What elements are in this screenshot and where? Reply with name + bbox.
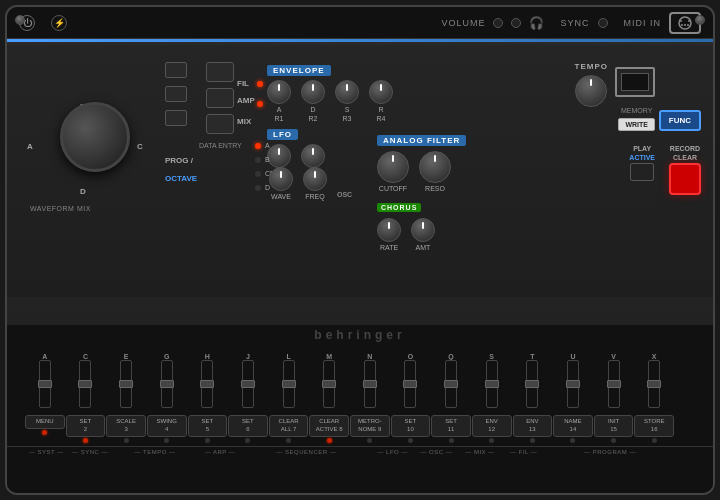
name-button[interactable]: NAME 14 xyxy=(553,415,593,437)
fil-label: FIL xyxy=(237,79,255,88)
scale-button[interactable]: SCALE 3 xyxy=(106,415,146,437)
sync-jack xyxy=(598,18,608,28)
env-knob-a-control[interactable] xyxy=(267,80,291,104)
set11-button[interactable]: SET 11 xyxy=(431,415,471,437)
section-tempo: — TEMPO — xyxy=(112,449,197,455)
volume-section: VOLUME 🎧 xyxy=(441,16,544,30)
reso-control[interactable] xyxy=(419,151,451,183)
clear-active-button[interactable]: CLEAR ACTIVE 8 xyxy=(309,415,349,437)
memory-write-button[interactable]: WRITE xyxy=(618,118,655,131)
env-knob-r-control[interactable] xyxy=(369,80,393,104)
osc-freq-control[interactable] xyxy=(303,167,327,191)
env-knob-d-control[interactable] xyxy=(301,80,325,104)
set6-button[interactable]: SET 6 xyxy=(228,415,268,437)
env13-button[interactable]: ENV 13 xyxy=(513,415,553,437)
set5-button[interactable]: SET 5 xyxy=(188,415,228,437)
metronome-button[interactable]: METRO- NOME 9 xyxy=(350,415,390,437)
svg-point-0 xyxy=(679,17,691,29)
osc-row-b: B xyxy=(255,156,270,163)
tempo-header-label: TEMPO xyxy=(575,62,608,71)
data-entry-btn-2[interactable] xyxy=(206,88,234,108)
cutoff-control[interactable] xyxy=(377,151,409,183)
key-btn-col-13: ENV 13 xyxy=(513,415,553,444)
chorus-rate-label: RATE xyxy=(380,244,398,251)
osc-freq-label: FREQ xyxy=(305,193,324,200)
analog-filter-header: ANALOG FILTER xyxy=(377,135,466,146)
osc-wave: WAVE xyxy=(269,167,293,200)
osc-wave-label: WAVE xyxy=(271,193,291,200)
chorus-amt-control[interactable] xyxy=(411,218,435,242)
store-led xyxy=(652,438,657,443)
osc-c-led xyxy=(255,171,261,177)
clear-all-button[interactable]: CLEAR ALL 7 xyxy=(269,415,309,437)
bottom-labels-row: — SYST — — SYNC — — TEMPO — — ARP — — SE… xyxy=(7,446,713,457)
slider-10: O xyxy=(391,353,431,408)
joystick-label-d: D xyxy=(80,187,86,196)
data-entry-btn-3[interactable] xyxy=(206,114,234,134)
slider-3: E xyxy=(106,353,146,408)
set11-led xyxy=(449,438,454,443)
slider-11: Q xyxy=(431,353,471,408)
record-button[interactable] xyxy=(669,163,701,195)
slider-2: C xyxy=(66,353,106,408)
env-r1-label: R1 xyxy=(275,115,284,122)
key-btn-col-3: SCALE 3 xyxy=(106,415,146,444)
env-knob-s-control[interactable] xyxy=(335,80,359,104)
set2-led xyxy=(83,438,88,443)
svg-point-4 xyxy=(681,24,683,26)
data-entry-section: DATA ENTRY xyxy=(199,62,242,149)
key-btn-col-16: STORE 16 xyxy=(634,415,674,444)
key-btn-col-4: SWING 4 xyxy=(147,415,187,444)
osc-knobs: WAVE FREQ OSC xyxy=(269,167,352,200)
env-knob-r: R R4 xyxy=(369,80,393,122)
set2-button[interactable]: SET 2 xyxy=(66,415,106,437)
sliders-row: A C E G H J L M N O Q S T U V X xyxy=(7,345,713,415)
joystick-ball[interactable] xyxy=(60,102,130,172)
prog-octave-label: PROG / OCTAVE xyxy=(165,149,197,185)
key-btn-col-1: MENU xyxy=(25,415,65,444)
envelope-header-row: ENVELOPE xyxy=(267,65,393,76)
lfo-rate-control[interactable] xyxy=(267,144,291,168)
filter-knobs-row: CUTOFF RESO xyxy=(377,151,466,192)
memory-label: MEMORY xyxy=(621,107,652,114)
small-btn-1[interactable] xyxy=(165,62,187,78)
func-button[interactable]: FUNC xyxy=(659,110,701,131)
menu-button[interactable]: MENU xyxy=(25,415,65,429)
tempo-display-inner xyxy=(621,73,649,91)
set10-button[interactable]: SET 10 xyxy=(391,415,431,437)
data-entry-label: DATA ENTRY xyxy=(199,142,242,149)
slider-5: H xyxy=(188,353,228,408)
midi-din-icon xyxy=(675,16,695,30)
small-btn-2[interactable] xyxy=(165,86,187,102)
keyboard-section: behringer A C E G H J L M N O Q S T U V … xyxy=(7,325,713,493)
small-btn-3[interactable] xyxy=(165,110,187,126)
filter-cutoff: CUTOFF xyxy=(377,151,409,192)
usb-icon: ⚡ xyxy=(51,15,67,31)
screw-top-left xyxy=(15,15,25,25)
osc-wave-control[interactable] xyxy=(269,167,293,191)
mix-label: MIX xyxy=(237,117,255,126)
lfo-amt-control[interactable] xyxy=(301,144,325,168)
headphone-icon: 🎧 xyxy=(529,16,544,30)
section-syst: — SYST — xyxy=(25,449,68,455)
key-btn-col-2: SET 2 xyxy=(66,415,106,444)
joystick-label-a: A xyxy=(27,142,33,151)
env12-button[interactable]: ENV 12 xyxy=(472,415,512,437)
cutoff-label: CUTOFF xyxy=(379,185,407,192)
tempo-knob[interactable] xyxy=(575,75,607,107)
key-btn-col-15: INIT 15 xyxy=(594,415,634,444)
env-knob-d-label: D xyxy=(310,106,315,113)
osc-row-d: D xyxy=(255,184,270,191)
store-button[interactable]: STORE 16 xyxy=(634,415,674,437)
play-active-label: ACTIVE xyxy=(629,154,655,161)
chorus-rate-control[interactable] xyxy=(377,218,401,242)
key-btn-col-5: SET 5 xyxy=(188,415,228,444)
swing-button[interactable]: SWING 4 xyxy=(147,415,187,437)
env-knob-s: S R3 xyxy=(335,80,359,122)
play-button[interactable] xyxy=(630,163,654,181)
init-button[interactable]: INIT 15 xyxy=(594,415,634,437)
joystick-label-c: C xyxy=(137,142,143,151)
buttons-row: MENU SET 2 SCALE 3 xyxy=(7,415,713,444)
data-entry-btn-1[interactable] xyxy=(206,62,234,82)
behringer-label: behringer xyxy=(7,325,713,345)
